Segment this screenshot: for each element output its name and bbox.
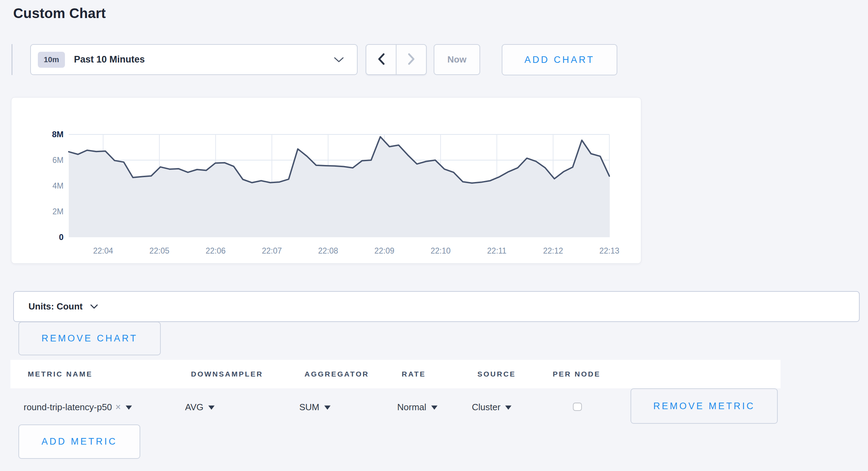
svg-text:22:08: 22:08 [318,246,338,255]
chevron-left-icon [377,53,385,66]
svg-text:22:13: 22:13 [599,246,619,255]
time-range-label: Past 10 Minutes [74,54,145,65]
source-select[interactable]: Cluster [472,402,511,413]
metrics-table-header: METRIC NAME DOWNSAMPLER AGGREGATOR RATE … [10,360,781,388]
column-header-downsampler: DOWNSAMPLER [191,370,263,378]
remove-metric-button[interactable]: REMOVE METRIC [631,388,778,424]
clear-metric-icon[interactable]: × [115,402,121,413]
caret-down-icon [324,406,331,410]
caret-down-icon [126,406,132,410]
source-value: Cluster [472,402,500,413]
svg-text:22:09: 22:09 [374,246,394,255]
column-header-aggregator: AGGREGATOR [304,370,369,378]
column-header-per-node: PER NODE [553,370,601,378]
svg-text:6M: 6M [52,156,64,165]
svg-text:8M: 8M [52,130,64,139]
now-button[interactable]: Now [434,44,480,75]
svg-text:22:06: 22:06 [206,246,226,255]
add-chart-button[interactable]: ADD CHART [502,44,617,75]
time-prev-button[interactable] [366,45,397,74]
rate-value: Normal [397,402,426,413]
chart-card: 02M4M6M8M22:0422:0522:0622:0722:0822:092… [11,97,641,264]
svg-text:22:10: 22:10 [431,246,451,255]
column-header-source: SOURCE [477,370,516,378]
svg-text:0: 0 [59,232,64,242]
caret-down-icon [431,406,437,410]
units-select-label: Units: Count [28,301,83,312]
svg-text:22:11: 22:11 [487,246,507,255]
svg-text:2M: 2M [52,207,64,216]
metric-name-value: round-trip-latency-p50 [24,402,112,413]
per-node-checkbox[interactable] [573,403,582,411]
downsampler-value: AVG [185,402,203,413]
time-range-select[interactable]: 10m Past 10 Minutes [30,44,358,75]
chevron-down-icon [334,57,344,63]
caret-down-icon [208,406,215,410]
column-header-metric-name: METRIC NAME [28,370,93,378]
svg-text:22:12: 22:12 [543,246,563,255]
add-metric-button[interactable]: ADD METRIC [18,424,140,459]
svg-text:22:07: 22:07 [262,246,282,255]
custom-chart-svg: 02M4M6M8M22:0422:0522:0622:0722:0822:092… [11,98,641,263]
svg-text:22:05: 22:05 [149,246,169,255]
metric-name-select[interactable]: round-trip-latency-p50 × [24,402,132,413]
time-range-badge: 10m [38,52,65,68]
caret-down-icon [505,406,511,410]
downsampler-select[interactable]: AVG [185,402,215,413]
time-nav-arrows [366,44,427,75]
aggregator-value: SUM [299,402,319,413]
rate-select[interactable]: Normal [397,402,437,413]
svg-text:4M: 4M [52,181,64,190]
units-select[interactable]: Units: Count [13,291,860,322]
remove-chart-button[interactable]: REMOVE CHART [18,322,161,355]
column-header-rate: RATE [402,370,426,378]
svg-text:22:04: 22:04 [93,246,113,255]
aggregator-select[interactable]: SUM [299,402,331,413]
page-title: Custom Chart [13,6,106,21]
time-next-button[interactable] [397,45,426,74]
chevron-right-icon [408,53,415,66]
toolbar-left-rule [11,44,12,75]
chevron-down-icon [90,304,98,309]
